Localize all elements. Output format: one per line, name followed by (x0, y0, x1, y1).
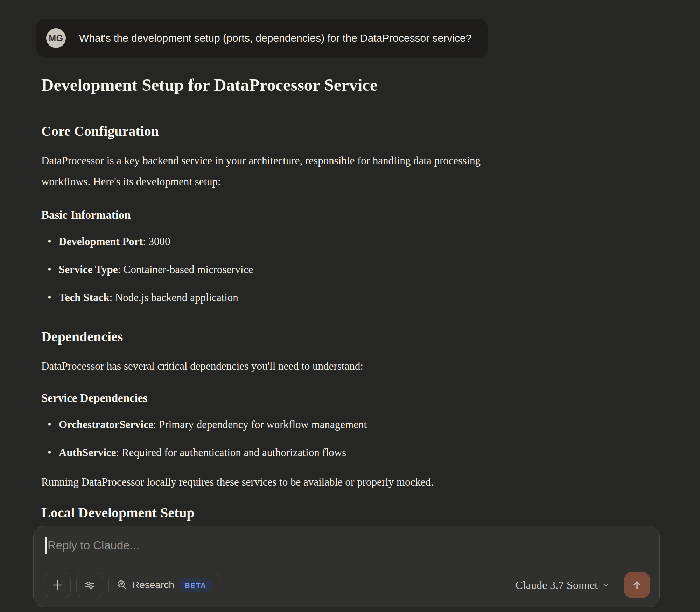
bullet-label: OrchestratorService (59, 418, 153, 431)
list-item: OrchestratorService: Primary dependency … (48, 414, 489, 435)
bullet-separator: : (153, 418, 159, 431)
bullet-value: Container-based microservice (124, 263, 253, 276)
bullet-label: Service Type (59, 263, 118, 276)
dependencies-intro: DataProcessor has several critical depen… (41, 356, 489, 377)
bullet-label: Development Port (59, 235, 143, 248)
input-placeholder: Reply to Claude... (48, 539, 139, 552)
local-development-setup-heading: Local Development Setup (41, 504, 489, 522)
composer-toolbar: Research BETA Claude 3.7 Sonnet (44, 572, 650, 598)
basic-information-list: Development Port: 3000 Service Type: Con… (41, 231, 489, 308)
bullet-separator: : (118, 263, 123, 276)
user-message-text: What's the development setup (ports, dep… (79, 32, 471, 44)
list-item: AuthService: Required for authentication… (48, 442, 489, 463)
tools-button[interactable] (76, 572, 103, 598)
bullet-separator: : (109, 291, 115, 304)
chat-thread: MG What's the development setup (ports, … (36, 19, 490, 522)
user-message-bubble: MG What's the development setup (ports, … (36, 19, 488, 58)
composer: Reply to Claude... (33, 526, 660, 607)
research-button[interactable]: Research BETA (108, 572, 220, 598)
bullet-value: Node.js backend application (115, 291, 238, 304)
research-icon (117, 579, 128, 591)
beta-badge: BETA (179, 578, 212, 592)
bullet-value: Required for authentication and authoriz… (122, 446, 346, 459)
bullet-separator: : (116, 446, 122, 459)
list-item: Service Type: Container-based microservi… (48, 259, 489, 280)
bullet-value: Primary dependency for workflow manageme… (159, 418, 367, 431)
arrow-up-icon (631, 579, 643, 591)
bullet-separator: : (143, 235, 148, 248)
basic-information-heading: Basic Information (41, 208, 489, 223)
model-selector[interactable]: Claude 3.7 Sonnet (515, 579, 610, 592)
service-dependencies-list: OrchestratorService: Primary dependency … (41, 414, 489, 463)
bullet-label: AuthService (59, 446, 116, 459)
chevron-down-icon (601, 580, 610, 590)
research-label: Research (132, 579, 174, 591)
response-title: Development Setup for DataProcessor Serv… (41, 75, 489, 96)
text-cursor (46, 537, 47, 554)
assistant-response: Development Setup for DataProcessor Serv… (41, 75, 489, 522)
send-button[interactable] (624, 572, 650, 598)
core-configuration-intro: DataProcessor is a key backend service i… (41, 150, 489, 192)
core-configuration-heading: Core Configuration (41, 122, 489, 140)
bullet-value: 3000 (149, 235, 170, 248)
sliders-icon (84, 579, 95, 591)
reply-input[interactable]: Reply to Claude... (46, 537, 645, 554)
model-label: Claude 3.7 Sonnet (515, 579, 598, 592)
plus-icon (51, 579, 63, 591)
list-item: Tech Stack: Node.js backend application (48, 287, 489, 308)
user-avatar: MG (46, 28, 66, 48)
service-dependencies-heading: Service Dependencies (41, 391, 489, 406)
dependencies-note: Running DataProcessor locally requires t… (41, 472, 489, 493)
bullet-label: Tech Stack (59, 291, 109, 304)
dependencies-heading: Dependencies (41, 328, 489, 346)
attach-button[interactable] (44, 572, 71, 598)
list-item: Development Port: 3000 (48, 231, 489, 252)
